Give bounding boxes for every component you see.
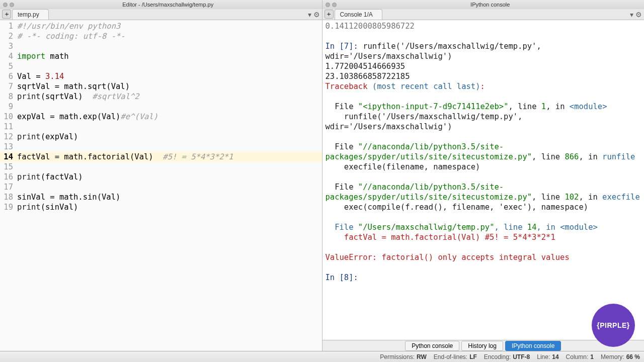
code-content: sinVal = math.sin(Val): [17, 192, 120, 202]
code-line[interactable]: 18sinVal = math.sin(Val): [0, 192, 322, 202]
new-console-button[interactable]: ＋: [325, 10, 334, 19]
code-content: print(factVal): [17, 172, 83, 182]
line-number: 19: [0, 202, 17, 212]
code-content: print(sqrtVal) #sqrtVal^2: [17, 92, 139, 102]
code-line[interactable]: 8print(sqrtVal) #sqrtVal^2: [0, 92, 322, 102]
code-line[interactable]: 19print(sinVal): [0, 202, 322, 212]
line-number: 7: [0, 81, 17, 92]
code-line[interactable]: 10expVal = math.exp(Val)#e^(Val): [0, 112, 322, 122]
console-line: [326, 262, 641, 273]
status-encoding: Encoding:UTF-8: [484, 353, 530, 360]
status-line: Line:14: [537, 353, 558, 360]
console-line: execfile(filename, namespace): [326, 162, 641, 172]
console-line: [326, 92, 641, 102]
console-line: [326, 212, 641, 222]
code-content: expVal = math.exp(Val)#e^(Val): [17, 112, 158, 122]
status-memory: Memory:66 %: [601, 353, 640, 360]
code-line[interactable]: 15: [0, 162, 322, 172]
editor-pane: Editor - /Users/maxschallwig/temp.py ＋ t…: [0, 0, 323, 351]
line-number: 4: [0, 51, 17, 61]
line-number: 15: [0, 162, 17, 172]
code-line[interactable]: 14factVal = math.factorial(Val) #5! = 5*…: [0, 152, 322, 162]
code-line[interactable]: 17: [0, 182, 322, 192]
pirple-badge: {PIRPLE}: [592, 304, 635, 347]
console-line: [326, 172, 641, 182]
line-number: 10: [0, 112, 17, 122]
console-line: In [7]: runfile('/Users/maxschallwig/tem…: [326, 41, 641, 61]
code-line[interactable]: 9: [0, 102, 322, 112]
console-line: [326, 242, 641, 252]
close-icon[interactable]: [3, 3, 8, 7]
console-line: runfile('/Users/maxschallwig/temp.py', w…: [326, 112, 641, 132]
minimize-icon[interactable]: [10, 3, 14, 7]
code-line[interactable]: 1#!/usr/bin/env python3: [0, 21, 322, 31]
gear-icon[interactable]: ⚙: [313, 11, 320, 19]
console-output[interactable]: 0.14112000805986722 In [7]: runfile('/Us…: [323, 20, 645, 340]
status-column: Column:1: [566, 353, 594, 360]
code-line[interactable]: 5: [0, 61, 322, 71]
console-line: 0.14112000805986722: [326, 21, 641, 31]
code-editor[interactable]: 1#!/usr/bin/env python32# -*- coding: ut…: [0, 20, 322, 351]
bottom-tab-history-log[interactable]: History log: [461, 341, 503, 351]
line-number: 17: [0, 182, 17, 192]
line-number: 2: [0, 31, 17, 41]
bottom-tab-python-console[interactable]: Python console: [405, 341, 459, 351]
code-content: print(sinVal): [17, 202, 78, 212]
code-content: factVal = math.factorial(Val) #5! = 5*4*…: [17, 152, 233, 162]
code-line[interactable]: 3: [0, 41, 322, 51]
minimize-icon[interactable]: [332, 3, 337, 7]
line-number: 9: [0, 102, 17, 112]
console-line: In [8]:: [326, 273, 641, 283]
status-bar: Permissions:RW End-of-lines:LF Encoding:…: [0, 351, 644, 362]
console-title: IPython console: [340, 2, 641, 8]
editor-tab[interactable]: temp.py: [12, 9, 49, 20]
line-number: 5: [0, 61, 17, 71]
line-number: 8: [0, 92, 17, 102]
window-controls[interactable]: [3, 3, 14, 7]
tab-list-icon[interactable]: ▾: [630, 11, 633, 19]
console-line: File "//anaconda/lib/python3.5/site-pack…: [326, 142, 641, 162]
console-tab[interactable]: Console 1/A: [335, 9, 382, 20]
code-line[interactable]: 4import math: [0, 51, 322, 61]
new-tab-button[interactable]: ＋: [2, 10, 11, 19]
console-line: [326, 132, 641, 142]
console-line: 23.103866858722185: [326, 71, 641, 81]
gear-icon[interactable]: ⚙: [635, 11, 642, 19]
code-content: print(expVal): [17, 132, 78, 142]
code-line[interactable]: 11: [0, 122, 322, 132]
console-pane: IPython console ＋ Console 1/A ▾ ⚙ 0.1411…: [323, 0, 645, 351]
tab-list-icon[interactable]: ▾: [308, 11, 311, 19]
line-number: 6: [0, 71, 17, 81]
console-line: 1.772004514666935: [326, 61, 641, 71]
console-line: Traceback (most recent call last):: [326, 81, 641, 92]
bottom-tab-ipython-console[interactable]: IPython console: [505, 341, 561, 351]
status-eol: End-of-lines:LF: [434, 353, 477, 360]
console-line: exec(compile(f.read(), filename, 'exec')…: [326, 202, 641, 212]
tab-label: temp.py: [18, 11, 39, 18]
editor-titlebar: Editor - /Users/maxschallwig/temp.py: [0, 0, 322, 9]
console-bottom-tabs: Python consoleHistory logIPython console: [323, 340, 645, 351]
tab-label: Console 1/A: [340, 11, 373, 18]
editor-tabbar: ＋ temp.py ▾ ⚙: [0, 9, 322, 20]
console-line: factVal = math.factorial(Val) #5! = 5*4*…: [326, 232, 641, 242]
code-content: Val = 3.14: [17, 71, 64, 81]
code-line[interactable]: 13: [0, 142, 322, 152]
close-icon[interactable]: [326, 3, 330, 7]
line-number: 18: [0, 192, 17, 202]
line-number: 1: [0, 21, 17, 31]
code-line[interactable]: 7sqrtVal = math.sqrt(Val): [0, 81, 322, 92]
console-line: ValueError: factorial() only accepts int…: [326, 252, 641, 262]
code-content: import math: [17, 51, 69, 61]
code-content: # -*- coding: utf-8 -*-: [17, 31, 125, 41]
console-line: [326, 31, 641, 41]
code-line[interactable]: 12print(expVal): [0, 132, 322, 142]
editor-title: Editor - /Users/maxschallwig/temp.py: [17, 2, 319, 8]
line-number: 13: [0, 142, 17, 152]
console-line: File "//anaconda/lib/python3.5/site-pack…: [326, 182, 641, 202]
code-line[interactable]: 6Val = 3.14: [0, 71, 322, 81]
code-line[interactable]: 16print(factVal): [0, 172, 322, 182]
code-line[interactable]: 2# -*- coding: utf-8 -*-: [0, 31, 322, 41]
window-controls[interactable]: [326, 3, 337, 7]
line-number: 14: [0, 152, 17, 162]
line-number: 12: [0, 132, 17, 142]
